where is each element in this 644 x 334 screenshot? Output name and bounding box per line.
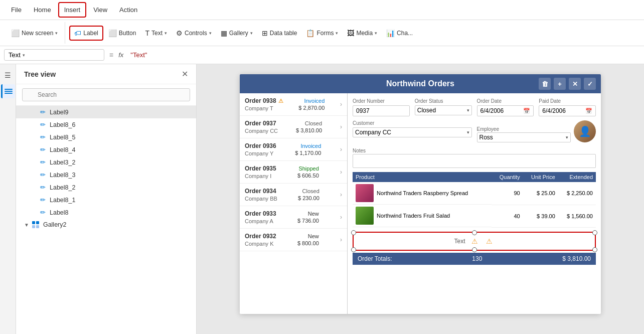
employee-photo: 👤 bbox=[574, 120, 596, 142]
order-date-input[interactable]: 6/4/2006 📅 bbox=[477, 105, 534, 116]
handle-br[interactable] bbox=[592, 247, 597, 252]
order-0938-id: Order 0938 bbox=[245, 97, 276, 104]
charts-button[interactable]: 📊 Cha... bbox=[382, 27, 417, 40]
tree-item-label8-3[interactable]: ✏ Label8_3 bbox=[16, 169, 196, 181]
menu-action[interactable]: Action bbox=[114, 3, 142, 17]
tree-item-label8-6[interactable]: ✏ Label8_6 bbox=[16, 118, 196, 131]
tree-item-label9[interactable]: ✏ Label9 bbox=[16, 106, 196, 118]
text-label-selected: Text ⚠ ⚠ bbox=[353, 232, 596, 251]
tree-item-label8-2-text: Label8_2 bbox=[50, 184, 75, 191]
delete-button[interactable]: 🗑 bbox=[539, 78, 551, 90]
order-0932-chevron: › bbox=[340, 236, 342, 243]
order-item-0937[interactable]: Order 0937 Company CC Closed $ 3,810.00 … bbox=[240, 116, 347, 138]
text-button[interactable]: T Text ▾ bbox=[141, 27, 171, 40]
handle-top[interactable] bbox=[472, 230, 477, 235]
button-button[interactable]: ⬜ Button bbox=[104, 27, 140, 40]
order-0933-status: New bbox=[308, 211, 319, 217]
order-date-value: 6/4/2006 bbox=[480, 107, 504, 114]
employee-label: Employee bbox=[477, 126, 499, 132]
totals-row: Order Totals: 130 $ 3,810.00 bbox=[353, 253, 596, 265]
controls-button[interactable]: ⚙ Controls ▾ bbox=[172, 27, 216, 40]
tree-panel: Tree view ✕ 🔍 ✏ Label9 ✏ Label8_6 ✏ Labe… bbox=[16, 64, 197, 334]
order-item-0938[interactable]: Order 0938 ⚠ Company T Invoiced $ 2,870.… bbox=[240, 93, 347, 116]
check-button[interactable]: ✓ bbox=[584, 78, 596, 90]
tree-item-label3-2[interactable]: ✏ Label3_2 bbox=[16, 156, 196, 169]
customer-select[interactable]: Company CC ▾ bbox=[353, 127, 472, 137]
sidebar-menu-icon[interactable]: ☰ bbox=[1, 68, 15, 82]
order-0937-company: Company CC bbox=[245, 128, 278, 134]
customer-field: Customer Company CC ▾ bbox=[353, 120, 472, 137]
close-button[interactable]: ✕ bbox=[569, 78, 581, 90]
handle-tl[interactable] bbox=[351, 230, 356, 235]
gallery-label: Gallery bbox=[229, 30, 248, 37]
handle-bl[interactable] bbox=[351, 247, 356, 252]
tree-search-area: 🔍 bbox=[16, 84, 196, 106]
tree-item-gallery2[interactable]: ▼ Gallery2 bbox=[16, 219, 196, 231]
employee-select[interactable]: Ross ▾ bbox=[477, 132, 571, 142]
order-0932-amount: $ 800.00 bbox=[297, 240, 319, 246]
charts-label: Cha... bbox=[397, 30, 413, 37]
order-item-0932[interactable]: Order 0932 Company K New $ 800.00 › bbox=[240, 229, 347, 251]
order-status-dropdown-icon: ▾ bbox=[467, 108, 469, 113]
order-0937-status: Closed bbox=[305, 120, 322, 126]
gallery-button[interactable]: ▦ Gallery ▾ bbox=[217, 27, 257, 40]
toolbar-group-insert: 🏷 Label ⬜ Button T Text ▾ ⚙ Controls ▾ ▦… bbox=[66, 22, 420, 44]
media-button[interactable]: 🖼 Media ▾ bbox=[343, 27, 381, 40]
notes-field: Notes bbox=[353, 146, 596, 172]
product-unit-2: $ 39.00 bbox=[523, 205, 558, 227]
order-0933-id: Order 0933 bbox=[245, 210, 276, 217]
sidebar-layers-icon[interactable] bbox=[1, 84, 15, 98]
order-status-select[interactable]: Closed ▾ bbox=[415, 105, 472, 115]
tree-title: Tree view bbox=[24, 70, 56, 78]
order-item-0935[interactable]: Order 0935 Company I Shipped $ 606.50 › bbox=[240, 161, 347, 184]
handle-tr[interactable] bbox=[592, 230, 597, 235]
tree-item-label8-2[interactable]: ✏ Label8_2 bbox=[16, 181, 196, 194]
tree-item-label8-1[interactable]: ✏ Label8_1 bbox=[16, 194, 196, 206]
formula-selector[interactable]: Text ▾ bbox=[4, 49, 104, 61]
controls-label: Controls bbox=[185, 30, 207, 37]
controls-chevron: ▾ bbox=[209, 31, 212, 36]
order-date-calendar-icon[interactable]: 📅 bbox=[523, 108, 530, 114]
tree-search-input[interactable] bbox=[22, 88, 190, 101]
handle-bottom[interactable] bbox=[472, 247, 477, 252]
tree-item-label8-4[interactable]: ✏ Label8_4 bbox=[16, 143, 196, 156]
menu-file[interactable]: File bbox=[6, 3, 27, 17]
order-0932-status: New bbox=[308, 233, 319, 239]
order-number-value: 0937 bbox=[356, 107, 370, 114]
order-0934-company: Company BB bbox=[245, 196, 277, 202]
menu-insert[interactable]: Insert bbox=[58, 2, 87, 18]
order-item-0936[interactable]: Order 0936 Company Y Invoiced $ 1,170.00… bbox=[240, 138, 347, 161]
notes-input[interactable] bbox=[353, 154, 596, 168]
paid-date-input[interactable]: 6/4/2006 📅 bbox=[539, 105, 596, 116]
forms-button[interactable]: 📋 Forms ▾ bbox=[302, 27, 342, 40]
menu-view[interactable]: View bbox=[88, 3, 112, 17]
data-table-button[interactable]: ⊞ Data table bbox=[258, 27, 301, 40]
label-item-icon-3: ✏ bbox=[40, 133, 46, 141]
tree-item-label8-5[interactable]: ✏ Label8_5 bbox=[16, 131, 196, 143]
new-screen-button[interactable]: ⬜ New screen ▾ bbox=[7, 27, 62, 40]
data-table-icon: ⊞ bbox=[262, 29, 268, 37]
tree-item-label8-4-text: Label8_4 bbox=[50, 146, 75, 153]
label-item-icon-6: ✏ bbox=[40, 171, 46, 179]
order-0932-id: Order 0932 bbox=[245, 233, 276, 240]
order-item-0934[interactable]: Order 0934 Company BB Closed $ 230.00 › bbox=[240, 184, 347, 206]
text-label-content: Text bbox=[454, 238, 465, 245]
gallery-chevron: ▾ bbox=[250, 31, 253, 36]
label-button[interactable]: 🏷 Label bbox=[69, 26, 103, 41]
order-0938-status: Invoiced bbox=[304, 98, 325, 104]
add-button[interactable]: + bbox=[554, 78, 566, 90]
order-0935-company: Company I bbox=[245, 173, 276, 179]
product-img-2 bbox=[356, 207, 374, 225]
employee-field: Employee Ross ▾ 👤 bbox=[477, 120, 596, 142]
tree-item-label8-5-text: Label8_5 bbox=[50, 134, 75, 141]
paid-date-calendar-icon[interactable]: 📅 bbox=[585, 108, 592, 114]
order-0933-company: Company A bbox=[245, 218, 276, 224]
menu-home[interactable]: Home bbox=[29, 3, 56, 17]
svg-rect-1 bbox=[5, 91, 13, 92]
paid-date-label: Paid Date bbox=[539, 98, 596, 104]
tree-close-button[interactable]: ✕ bbox=[182, 69, 188, 79]
tree-item-label8[interactable]: ✏ Label8 bbox=[16, 206, 196, 219]
forms-icon: 📋 bbox=[306, 29, 314, 37]
main-layout: ☰ Tree view ✕ 🔍 ✏ Label9 bbox=[0, 64, 644, 334]
order-item-0933[interactable]: Order 0933 Company A New $ 736.00 › bbox=[240, 206, 347, 229]
